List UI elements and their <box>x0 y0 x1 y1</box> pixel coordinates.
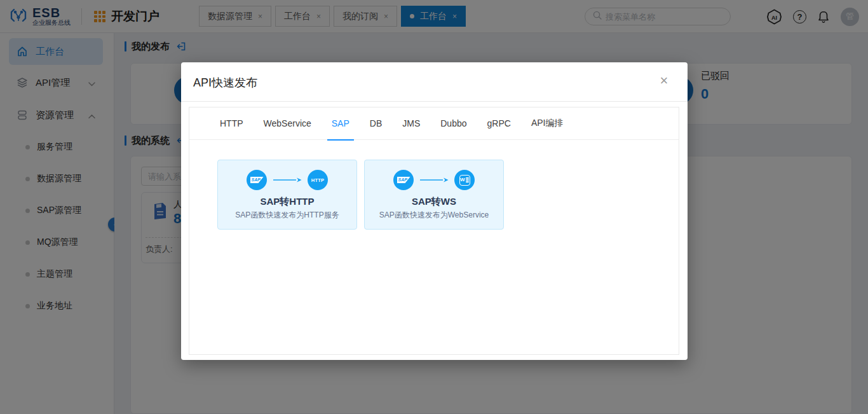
webservice-doc-icon: W <box>454 170 475 190</box>
card-title: SAP转WS <box>365 196 503 208</box>
tab-dubbo[interactable]: Dubbo <box>440 107 466 140</box>
card-description: SAP函数快速发布为WebService <box>365 210 503 221</box>
card-sap-to-http[interactable]: SAP HTTP SAP转HTTP SAP函数快速发布为HTTP服务 <box>217 160 357 230</box>
sap-logo-text: SAP <box>397 177 410 183</box>
protocol-tabs: HTTP WebService SAP DB JMS Dubbo gRPC AP… <box>189 107 679 140</box>
sap-icon: SAP <box>247 170 267 190</box>
tab-api-orchestration[interactable]: API编排 <box>531 107 564 140</box>
ws-badge-text: W <box>460 177 465 183</box>
http-icon: HTTP <box>308 170 328 190</box>
sap-icon: SAP <box>393 170 414 190</box>
http-badge-text: HTTP <box>311 177 324 183</box>
tab-db[interactable]: DB <box>370 107 382 140</box>
modal-title: API快速发布 <box>193 75 257 90</box>
tab-grpc[interactable]: gRPC <box>487 107 511 140</box>
card-sap-to-ws[interactable]: SAP W SAP转WS <box>364 160 504 230</box>
card-description: SAP函数快速发布为HTTP服务 <box>218 210 356 221</box>
publish-option-cards: SAP HTTP SAP转HTTP SAP函数快速发布为HTTP服务 <box>217 160 679 230</box>
arrow-right-icon <box>273 177 302 183</box>
arrow-right-icon <box>419 177 449 183</box>
card-title: SAP转HTTP <box>218 196 356 208</box>
close-icon[interactable]: × <box>654 71 674 90</box>
tab-webservice[interactable]: WebService <box>264 107 311 140</box>
modal-body-panel: HTTP WebService SAP DB JMS Dubbo gRPC AP… <box>189 107 679 355</box>
tab-sap[interactable]: SAP <box>332 107 349 140</box>
tab-http[interactable]: HTTP <box>220 107 243 140</box>
api-quick-publish-modal: API快速发布 × HTTP WebService SAP DB JMS Dub… <box>181 62 688 360</box>
modal-header: API快速发布 × <box>181 62 688 102</box>
sap-logo-text: SAP <box>250 177 264 183</box>
tab-jms[interactable]: JMS <box>402 107 420 140</box>
